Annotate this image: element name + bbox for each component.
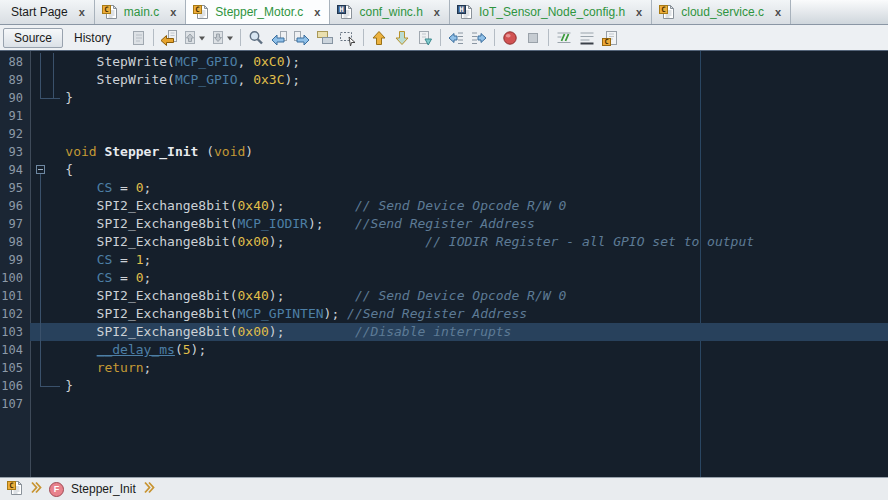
code-text: CS = 0; [30,179,888,197]
code-line[interactable]: 97 SPI2_Exchange8bit(MCP_IODIR); //Send … [0,215,888,233]
code-text: return; [30,359,888,377]
line-number: 97 [0,215,30,233]
line-number: 93 [0,143,30,161]
toggle-bookmark-icon[interactable] [414,28,436,48]
c-file-icon: C [102,4,118,20]
code-line[interactable]: 91 [0,107,888,125]
code-line[interactable]: 106 } [0,377,888,395]
toggle-header-source-icon[interactable]: C [599,28,621,48]
line-number: 102 [0,305,30,323]
code-text: } [30,89,888,107]
record-macro-icon[interactable] [499,28,521,48]
ide-window: Start PagexCmain.cxCStepper_Motor.cxHcon… [0,0,888,500]
breadcrumb-bar: C F Stepper_Init [0,477,888,500]
line-number: 107 [0,395,30,413]
code-line[interactable]: 90 } [0,89,888,107]
code-fold-line [40,53,41,98]
code-line[interactable]: 98 SPI2_Exchange8bit(0x00); // IODIR Reg… [0,233,888,251]
svg-text:C: C [605,38,609,46]
code-line[interactable]: 96 SPI2_Exchange8bit(0x40); // Send Devi… [0,197,888,215]
code-line[interactable]: 95 CS = 0; [0,179,888,197]
line-number: 104 [0,341,30,359]
code-line[interactable]: 94 { [0,161,888,179]
toolbar-separator [363,29,364,46]
close-tab-icon[interactable]: x [168,7,178,18]
history-view-button[interactable]: History [63,28,122,48]
comment-icon[interactable] [553,28,575,48]
svg-text:C: C [662,5,667,14]
line-number: 98 [0,233,30,251]
code-line[interactable]: 93 void Stepper_Init (void) [0,143,888,161]
code-line[interactable]: 107 [0,395,888,413]
code-line[interactable]: 105 return; [0,359,888,377]
shift-right-icon[interactable] [468,28,490,48]
code-line[interactable]: 103 SPI2_Exchange8bit(0x00); //Disable i… [0,323,888,341]
code-text: __delay_ms(5); [30,341,888,359]
next-bookmark-icon[interactable] [391,28,413,48]
code-text [30,125,888,143]
tab-iot-sensor-node-config-h[interactable]: HIoT_Sensor_Node_config.hx [450,0,652,24]
code-text: SPI2_Exchange8bit(0x00); //Disable inter… [30,323,888,341]
code-fold-line [40,174,41,386]
tab-label: main.c [120,5,163,19]
code-line[interactable]: 102 SPI2_Exchange8bit(MCP_GPINTEN); //Se… [0,305,888,323]
code-fold-collapse-icon[interactable] [36,165,45,174]
last-edit-icon[interactable] [127,28,149,48]
tab-start-page[interactable]: Start Pagex [0,0,95,24]
line-number: 106 [0,377,30,395]
code-text: void Stepper_Init (void) [30,143,888,161]
toolbar-separator [494,29,495,46]
close-tab-icon[interactable]: x [773,7,783,18]
tab-label: Stepper_Motor.c [211,5,307,19]
close-tab-icon[interactable]: x [634,7,644,18]
breadcrumb-chevron-icon [30,481,42,497]
tab-conf-winc-h[interactable]: Hconf_winc.hx [330,0,450,24]
code-text: } [30,377,888,395]
close-tab-icon[interactable]: x [432,7,442,18]
tab-cloud-service-c[interactable]: Ccloud_service.cx [652,0,791,24]
code-lines[interactable]: 88 StepWrite(MCP_GPIO, 0xC0);89 StepWrit… [0,51,888,477]
tab-stepper-motor-c[interactable]: CStepper_Motor.cx [186,0,330,24]
find-previous-icon[interactable] [268,28,290,48]
previous-bookmark-icon[interactable] [368,28,390,48]
uncomment-icon[interactable] [576,28,598,48]
code-line[interactable]: 101 SPI2_Exchange8bit(0x40); // Send Dev… [0,287,888,305]
code-text: { [30,161,888,179]
code-line[interactable]: 100 CS = 0; [0,269,888,287]
h-file-icon: H [337,4,353,20]
code-text: SPI2_Exchange8bit(0x40); // Send Device … [30,287,888,305]
find-next-icon[interactable] [291,28,313,48]
rectangular-selection-icon[interactable] [337,28,359,48]
code-text: SPI2_Exchange8bit(0x40); // Send Device … [30,197,888,215]
code-line[interactable]: 88 StepWrite(MCP_GPIO, 0xC0); [0,53,888,71]
h-file-icon: H [457,4,473,20]
svg-text:C: C [104,5,109,14]
svg-text:C: C [9,481,14,490]
breadcrumb-function[interactable]: Stepper_Init [71,482,136,496]
code-line[interactable]: 104 __delay_ms(5); [0,341,888,359]
function-badge-icon: F [49,482,64,497]
source-view-button[interactable]: Source [3,28,63,48]
tab-bar: Start PagexCmain.cxCStepper_Motor.cxHcon… [0,0,888,25]
next-diff-icon[interactable] [209,28,236,48]
code-text: StepWrite(MCP_GPIO, 0x3C); [30,71,888,89]
stop-macro-icon[interactable] [522,28,544,48]
c-file-icon: C [7,480,23,499]
close-tab-icon[interactable]: x [77,7,87,18]
line-number: 96 [0,197,30,215]
find-icon[interactable] [245,28,267,48]
line-number: 90 [0,89,30,107]
tab-main-c[interactable]: Cmain.cx [95,0,186,24]
code-text [30,395,888,413]
close-tab-icon[interactable]: x [312,7,322,18]
line-number: 100 [0,269,30,287]
code-line[interactable]: 99 CS = 1; [0,251,888,269]
code-line[interactable]: 92 [0,125,888,143]
shift-left-icon[interactable] [445,28,467,48]
back-to-last-edit-icon[interactable] [158,28,180,48]
toolbar-separator [548,29,549,46]
select-lines-icon[interactable] [314,28,336,48]
code-line[interactable]: 89 StepWrite(MCP_GPIO, 0x3C); [0,71,888,89]
editor-toolbar: Source History C [0,25,888,51]
previous-diff-icon[interactable] [181,28,208,48]
